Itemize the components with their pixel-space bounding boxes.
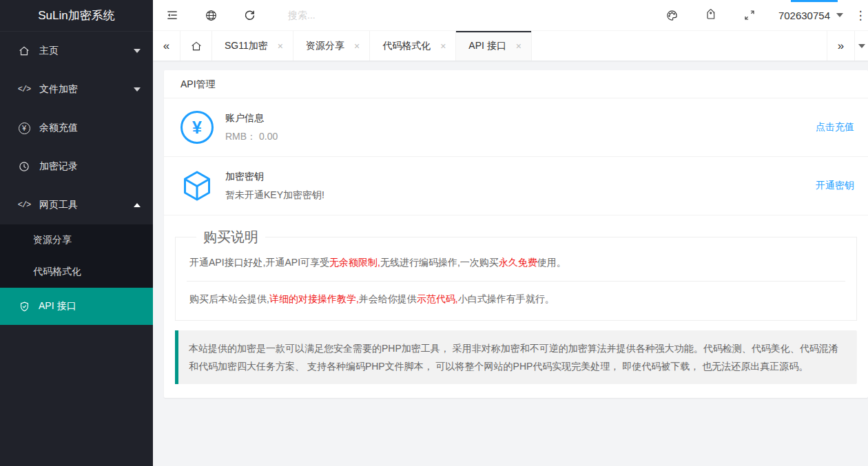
sidebar-item-label: 资源分享 — [33, 234, 72, 246]
sidebar-item-label: 余额充值 — [39, 122, 78, 134]
user-id: 702630754 — [778, 10, 830, 21]
chevron-up-icon — [134, 203, 141, 207]
sidebar-item-file-encrypt[interactable]: </> 文件加密 — [0, 70, 153, 109]
search-input[interactable] — [288, 10, 495, 21]
fullscreen-icon — [743, 9, 756, 21]
page-title: API管理 — [164, 70, 868, 98]
refresh-icon — [243, 9, 256, 22]
key-status: 暂未开通KEY加密密钥! — [225, 189, 324, 202]
close-icon[interactable]: × — [440, 41, 446, 52]
tag-icon — [704, 9, 717, 22]
close-icon[interactable]: × — [278, 41, 283, 52]
yen-circle-icon: ¥ — [17, 123, 32, 134]
app-title: SuLin加密系统 — [0, 0, 153, 32]
clock-icon — [17, 160, 32, 173]
progress-bar — [791, 0, 838, 2]
tag-button[interactable] — [692, 0, 730, 31]
tab-label: 代码格式化 — [382, 40, 431, 52]
purchase-legend: 购买说明 — [196, 228, 265, 246]
sidebar-item-label: 文件加密 — [39, 83, 78, 96]
purchase-line-2: 购买后本站会提供,详细的对接操作教学,并会给你提供示范代码,小白式操作有手就行。 — [189, 291, 843, 308]
topbar: 702630754 ⋮ — [153, 0, 868, 31]
chevron-down-icon — [836, 13, 843, 17]
sidebar-item-home[interactable]: 主页 — [0, 32, 153, 70]
account-info-text: 账户信息 RMB： 0.00 — [225, 112, 278, 143]
purchase-line-1: 开通API接口好处,开通API可享受无余额限制,无线进行编码操作,一次购买永久免… — [189, 255, 843, 271]
tabs-scroll-right-button[interactable]: » — [827, 31, 854, 61]
activate-key-link[interactable]: 开通密钥 — [816, 180, 854, 192]
globe-icon — [205, 9, 218, 22]
tab-label: 资源分享 — [306, 40, 344, 52]
theme-button[interactable] — [653, 0, 692, 31]
tab-label: SG11加密 — [225, 40, 268, 52]
purchase-instructions: 购买说明 开通API接口好处,开通API可享受无余额限制,无线进行编码操作,一次… — [175, 228, 857, 321]
sidebar-item-resource-share[interactable]: 资源分享 — [0, 224, 153, 256]
language-button[interactable] — [192, 0, 230, 31]
tab-api[interactable]: API 接口 × — [456, 31, 532, 61]
sidebar-item-label: 网页工具 — [39, 199, 78, 211]
sidebar-item-records[interactable]: 加密记录 — [0, 147, 153, 186]
sidebar-item-api[interactable]: API 接口 — [0, 288, 153, 325]
shield-check-icon — [17, 301, 32, 313]
sidebar-submenu: 资源分享 代码格式化 API 接口 — [0, 224, 153, 325]
sidebar-item-label: API 接口 — [39, 300, 76, 313]
sidebar-item-label: 代码格式化 — [33, 266, 81, 278]
account-info-row: ¥ 账户信息 RMB： 0.00 点击充值 — [164, 98, 868, 157]
code-icon: </> — [17, 85, 32, 94]
key-info-text: 加密密钥 暂未开通KEY加密密钥! — [225, 171, 324, 202]
divider — [187, 281, 845, 282]
topbar-right-group: 702630754 ⋮ — [653, 0, 868, 31]
product-description-quote: 本站提供的加密是一款可以满足您安全需要的PHP加密工具， 采用非对称加密和不可逆… — [175, 330, 857, 384]
sidebar-item-label: 主页 — [39, 45, 59, 57]
sidebar-item-recharge[interactable]: ¥ 余额充值 — [0, 109, 153, 147]
tab-home[interactable] — [180, 31, 212, 61]
user-menu[interactable]: 702630754 — [769, 0, 853, 31]
yen-circle-icon: ¥ — [180, 111, 214, 144]
fullscreen-button[interactable] — [730, 0, 769, 31]
tabbar: « SG11加密 × 资源分享 × 代码格式化 × API 接口 × » — [153, 31, 868, 61]
chevron-down-icon — [858, 44, 865, 48]
tabbar-spacer — [532, 31, 827, 61]
tabs-menu-button[interactable] — [854, 31, 868, 61]
palette-icon — [665, 9, 679, 22]
close-icon[interactable]: × — [354, 41, 360, 52]
tab-sg11[interactable]: SG11加密 × — [212, 31, 293, 61]
sidebar: SuLin加密系统 主页 </> 文件加密 ¥ 余额充值 加密记录 </> 网页… — [0, 0, 153, 466]
refresh-button[interactable] — [230, 0, 269, 31]
home-icon — [190, 40, 203, 52]
main-content: API管理 ¥ 账户信息 RMB： 0.00 点击充值 加密密钥 暂未开通KEY… — [164, 70, 868, 398]
close-icon[interactable]: × — [516, 41, 521, 52]
tab-resource-share[interactable]: 资源分享 × — [293, 31, 370, 61]
chevron-down-icon — [134, 87, 141, 92]
sidebar-item-code-format[interactable]: 代码格式化 — [0, 256, 153, 288]
chevron-down-icon — [134, 49, 141, 53]
collapse-icon — [165, 8, 179, 22]
tabs-scroll-left-button[interactable]: « — [153, 31, 180, 61]
account-title: 账户信息 — [225, 112, 278, 125]
cube-icon — [180, 169, 214, 202]
kebab-menu-icon[interactable]: ⋮ — [853, 0, 868, 31]
sidebar-item-web-tools[interactable]: </> 网页工具 — [0, 186, 153, 224]
tab-code-format[interactable]: 代码格式化 × — [370, 31, 456, 61]
recharge-link[interactable]: 点击充值 — [816, 121, 854, 134]
home-icon — [17, 45, 32, 57]
key-title: 加密密钥 — [225, 171, 324, 183]
code-icon: </> — [17, 200, 32, 210]
sidebar-collapse-button[interactable] — [153, 0, 192, 31]
sidebar-item-label: 加密记录 — [39, 160, 78, 173]
tab-label: API 接口 — [468, 40, 506, 52]
account-balance: RMB： 0.00 — [225, 131, 278, 143]
key-info-row: 加密密钥 暂未开通KEY加密密钥! 开通密钥 — [164, 157, 868, 215]
